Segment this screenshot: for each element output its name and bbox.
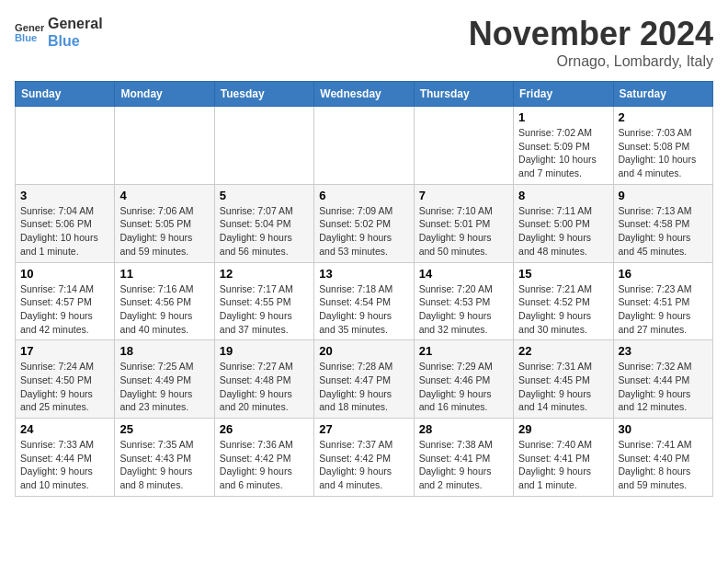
day-info: Sunrise: 7:16 AM Sunset: 4:56 PM Dayligh… [119,282,209,337]
day-number: 1 [518,110,608,124]
day-info: Sunrise: 7:13 AM Sunset: 4:58 PM Dayligh… [619,204,708,259]
calendar-cell [414,107,513,185]
day-number: 20 [319,344,408,358]
day-info: Sunrise: 7:27 AM Sunset: 4:48 PM Dayligh… [220,360,309,414]
day-info: Sunrise: 7:25 AM Sunset: 4:49 PM Dayligh… [119,360,209,414]
day-number: 6 [319,189,408,202]
day-number: 5 [220,189,309,202]
calendar-cell: 11Sunrise: 7:16 AM Sunset: 4:56 PM Dayli… [115,262,214,340]
weekday-header: Wednesday [314,82,414,107]
day-info: Sunrise: 7:17 AM Sunset: 4:55 PM Dayligh… [220,282,309,337]
calendar-cell: 14Sunrise: 7:20 AM Sunset: 4:53 PM Dayli… [414,262,513,340]
day-number: 17 [20,344,109,358]
calendar-cell: 30Sunrise: 7:41 AM Sunset: 4:40 PM Dayli… [613,419,712,497]
day-number: 7 [419,189,508,202]
title-area: November 2024 Ornago, Lombardy, Italy [469,15,713,70]
day-info: Sunrise: 7:29 AM Sunset: 4:46 PM Dayligh… [419,360,508,414]
calendar-cell: 1Sunrise: 7:02 AM Sunset: 5:09 PM Daylig… [514,107,613,185]
day-number: 22 [518,344,608,358]
calendar-cell: 9Sunrise: 7:13 AM Sunset: 4:58 PM Daylig… [613,184,712,262]
calendar-cell: 25Sunrise: 7:35 AM Sunset: 4:43 PM Dayli… [115,419,214,497]
calendar-cell: 24Sunrise: 7:33 AM Sunset: 4:44 PM Dayli… [16,419,115,497]
day-number: 25 [119,422,209,436]
day-info: Sunrise: 7:36 AM Sunset: 4:42 PM Dayligh… [220,438,309,492]
day-info: Sunrise: 7:40 AM Sunset: 4:41 PM Dayligh… [518,438,608,492]
day-number: 28 [419,422,508,436]
calendar-cell: 8Sunrise: 7:11 AM Sunset: 5:00 PM Daylig… [514,184,613,262]
day-info: Sunrise: 7:31 AM Sunset: 4:45 PM Dayligh… [518,360,608,414]
calendar-cell: 13Sunrise: 7:18 AM Sunset: 4:54 PM Dayli… [314,262,414,340]
day-number: 13 [319,267,408,281]
day-info: Sunrise: 7:11 AM Sunset: 5:00 PM Dayligh… [518,204,608,259]
calendar-cell: 10Sunrise: 7:14 AM Sunset: 4:57 PM Dayli… [16,262,115,340]
day-info: Sunrise: 7:10 AM Sunset: 5:01 PM Dayligh… [419,204,508,259]
day-number: 21 [419,344,508,358]
calendar-cell: 27Sunrise: 7:37 AM Sunset: 4:42 PM Dayli… [314,419,414,497]
day-number: 9 [619,189,708,202]
day-number: 27 [319,422,408,436]
day-info: Sunrise: 7:23 AM Sunset: 4:51 PM Dayligh… [619,282,708,337]
calendar-cell: 16Sunrise: 7:23 AM Sunset: 4:51 PM Dayli… [613,262,712,340]
logo-icon: General Blue [15,19,44,45]
calendar-week-row: 10Sunrise: 7:14 AM Sunset: 4:57 PM Dayli… [16,262,713,340]
day-info: Sunrise: 7:24 AM Sunset: 4:50 PM Dayligh… [20,360,109,414]
day-info: Sunrise: 7:14 AM Sunset: 4:57 PM Dayligh… [20,282,109,337]
calendar-cell: 15Sunrise: 7:21 AM Sunset: 4:52 PM Dayli… [514,262,613,340]
day-info: Sunrise: 7:20 AM Sunset: 4:53 PM Dayligh… [419,282,508,337]
day-info: Sunrise: 7:07 AM Sunset: 5:04 PM Dayligh… [220,204,309,259]
day-info: Sunrise: 7:21 AM Sunset: 4:52 PM Dayligh… [518,282,608,337]
calendar-cell: 4Sunrise: 7:06 AM Sunset: 5:05 PM Daylig… [115,184,214,262]
calendar-cell: 28Sunrise: 7:38 AM Sunset: 4:41 PM Dayli… [414,419,513,497]
calendar-cell: 22Sunrise: 7:31 AM Sunset: 4:45 PM Dayli… [514,340,613,419]
day-info: Sunrise: 7:18 AM Sunset: 4:54 PM Dayligh… [319,282,408,337]
svg-text:General: General [15,22,44,33]
weekday-header: Friday [514,82,613,107]
day-number: 2 [619,110,708,124]
day-number: 15 [518,267,608,281]
day-number: 18 [119,344,209,358]
svg-text:Blue: Blue [15,32,37,43]
day-number: 23 [619,344,708,358]
calendar-cell: 26Sunrise: 7:36 AM Sunset: 4:42 PM Dayli… [214,419,313,497]
header: General Blue General Blue November 2024 … [15,15,713,70]
day-number: 8 [518,189,608,202]
day-info: Sunrise: 7:06 AM Sunset: 5:05 PM Dayligh… [119,204,209,259]
day-number: 19 [220,344,309,358]
day-info: Sunrise: 7:41 AM Sunset: 4:40 PM Dayligh… [619,438,708,492]
calendar-week-row: 24Sunrise: 7:33 AM Sunset: 4:44 PM Dayli… [16,419,713,497]
day-info: Sunrise: 7:38 AM Sunset: 4:41 PM Dayligh… [419,438,508,492]
day-number: 14 [419,267,508,281]
day-info: Sunrise: 7:09 AM Sunset: 5:02 PM Dayligh… [319,204,408,259]
calendar-cell: 6Sunrise: 7:09 AM Sunset: 5:02 PM Daylig… [314,184,414,262]
calendar-cell: 19Sunrise: 7:27 AM Sunset: 4:48 PM Dayli… [214,340,313,419]
weekday-header-row: SundayMondayTuesdayWednesdayThursdayFrid… [16,82,713,107]
day-number: 29 [518,422,608,436]
day-number: 10 [20,267,109,281]
month-title: November 2024 [469,15,713,53]
location-title: Ornago, Lombardy, Italy [469,53,713,70]
day-number: 16 [619,267,708,281]
day-number: 12 [220,267,309,281]
day-number: 26 [220,422,309,436]
day-info: Sunrise: 7:33 AM Sunset: 4:44 PM Dayligh… [20,438,109,492]
day-info: Sunrise: 7:03 AM Sunset: 5:08 PM Dayligh… [619,126,708,180]
calendar-cell: 7Sunrise: 7:10 AM Sunset: 5:01 PM Daylig… [414,184,513,262]
day-info: Sunrise: 7:28 AM Sunset: 4:47 PM Dayligh… [319,360,408,414]
weekday-header: Sunday [16,82,115,107]
day-number: 30 [619,422,708,436]
logo-line2: Blue [48,32,103,50]
calendar-cell [314,107,414,185]
day-info: Sunrise: 7:37 AM Sunset: 4:42 PM Dayligh… [319,438,408,492]
weekday-header: Saturday [613,82,712,107]
calendar-cell: 2Sunrise: 7:03 AM Sunset: 5:08 PM Daylig… [613,107,712,185]
calendar-cell: 17Sunrise: 7:24 AM Sunset: 4:50 PM Dayli… [16,340,115,419]
day-number: 11 [119,267,209,281]
calendar-week-row: 3Sunrise: 7:04 AM Sunset: 5:06 PM Daylig… [16,184,713,262]
calendar-week-row: 1Sunrise: 7:02 AM Sunset: 5:09 PM Daylig… [16,107,713,185]
calendar-week-row: 17Sunrise: 7:24 AM Sunset: 4:50 PM Dayli… [16,340,713,419]
calendar-cell: 12Sunrise: 7:17 AM Sunset: 4:55 PM Dayli… [214,262,313,340]
calendar-cell: 5Sunrise: 7:07 AM Sunset: 5:04 PM Daylig… [214,184,313,262]
calendar-cell [214,107,313,185]
day-number: 24 [20,422,109,436]
calendar-table: SundayMondayTuesdayWednesdayThursdayFrid… [15,81,713,497]
